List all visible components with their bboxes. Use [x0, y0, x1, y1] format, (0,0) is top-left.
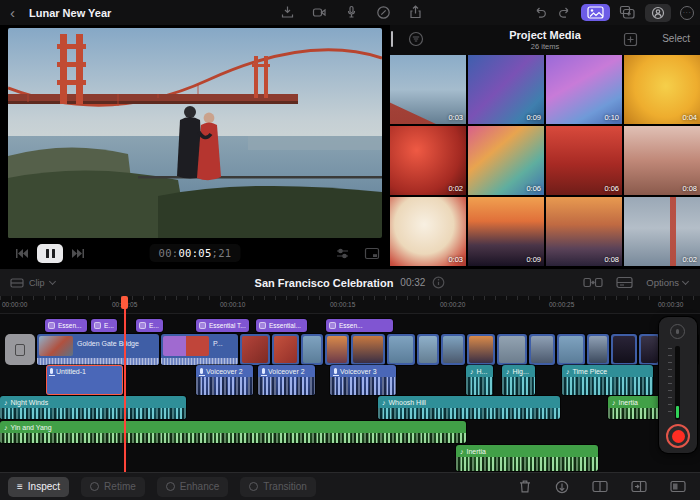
- music-note-icon: ♪: [506, 368, 510, 375]
- select-button[interactable]: Select: [662, 33, 690, 44]
- audio-clip[interactable]: ♪H...: [466, 365, 493, 395]
- add-media-icon[interactable]: [619, 5, 636, 20]
- media-item[interactable]: 0:06: [546, 126, 622, 195]
- audio-clip[interactable]: ♪Time Piece: [562, 365, 653, 395]
- video-preview[interactable]: [8, 28, 382, 238]
- media-item[interactable]: 0:02: [624, 197, 700, 266]
- video-clip[interactable]: [497, 334, 527, 365]
- back-button[interactable]: ‹: [10, 5, 15, 20]
- media-item[interactable]: 0:03: [390, 197, 466, 266]
- inspect-button[interactable]: ≡ Inspect: [8, 477, 69, 497]
- pause-button[interactable]: [37, 244, 63, 263]
- video-clip[interactable]: [611, 334, 637, 365]
- timeline-ruler[interactable]: 00:00:0000:00:0500:00:1000:00:1500:00:20…: [0, 296, 700, 314]
- video-clip[interactable]: [441, 334, 465, 365]
- share-icon[interactable]: [408, 5, 423, 20]
- media-item[interactable]: 0:06: [468, 126, 544, 195]
- media-panel-count: 26 items: [390, 42, 700, 51]
- clip-waveform: [466, 377, 493, 395]
- video-clip[interactable]: [587, 334, 609, 365]
- media-item[interactable]: 0:10: [546, 55, 622, 124]
- title-clip-label: Essential...: [269, 322, 301, 329]
- timecode-display[interactable]: 00:00:05;21: [150, 244, 241, 262]
- video-clip[interactable]: P...: [161, 334, 238, 365]
- media-item[interactable]: 0:04: [624, 55, 700, 124]
- video-clip[interactable]: [529, 334, 555, 365]
- skip-forward-icon[interactable]: [71, 247, 86, 260]
- ruler-label: 00:00:00: [2, 301, 27, 308]
- clip-appearance-icon[interactable]: [616, 276, 633, 289]
- record-button[interactable]: [666, 424, 690, 448]
- media-item[interactable]: 0:09: [468, 55, 544, 124]
- pencil-icon[interactable]: [376, 5, 391, 20]
- mic-icon[interactable]: [344, 5, 359, 20]
- clip-thumbnail: [242, 336, 268, 363]
- title-clip[interactable]: Essential T...: [196, 319, 249, 332]
- zoom-level-icon[interactable]: [335, 247, 350, 260]
- undo-icon[interactable]: [533, 5, 548, 20]
- title-clip[interactable]: E...: [91, 319, 117, 332]
- split-view-icon[interactable]: [592, 480, 608, 493]
- audio-clip[interactable]: ♪Inertia: [456, 445, 598, 471]
- audio-clip[interactable]: ♪Whoosh Hill: [378, 396, 560, 419]
- video-clip[interactable]: [639, 334, 660, 365]
- voiceover-clip[interactable]: Untitled-1: [46, 365, 123, 395]
- import-icon[interactable]: [280, 5, 295, 20]
- mask-icon[interactable]: [645, 4, 671, 22]
- swap-panels-icon[interactable]: [631, 480, 647, 493]
- title-clip[interactable]: Essen...: [45, 319, 87, 332]
- video-clip[interactable]: [557, 334, 585, 365]
- grid-view-icon[interactable]: [623, 32, 638, 47]
- playhead[interactable]: [124, 296, 126, 472]
- media-duration: 0:04: [682, 113, 697, 122]
- voiceover-clip[interactable]: Voiceover 2: [196, 365, 253, 395]
- title-clip[interactable]: E...: [136, 319, 163, 332]
- more-icon[interactable]: ···: [680, 6, 694, 20]
- skip-back-icon[interactable]: [14, 247, 29, 260]
- transition-icon[interactable]: [583, 276, 603, 289]
- playhead-marker[interactable]: [121, 296, 128, 309]
- clip-header: Voiceover 2: [196, 365, 253, 377]
- storyline-handle[interactable]: [5, 334, 35, 365]
- video-clip[interactable]: [301, 334, 323, 365]
- media-duration: 0:02: [448, 184, 463, 193]
- media-browser-icon[interactable]: [581, 4, 610, 21]
- snapping-icon[interactable]: [555, 480, 569, 494]
- media-item[interactable]: 0:08: [624, 126, 700, 195]
- video-camera-icon[interactable]: [312, 5, 327, 20]
- clip-header: Untitled-1: [46, 365, 123, 377]
- title-clip[interactable]: Essen...: [326, 319, 393, 332]
- clip-label: Yin and Yang: [11, 424, 52, 431]
- mic-monitor-icon[interactable]: [670, 324, 685, 339]
- media-item[interactable]: 0:03: [390, 55, 466, 124]
- redo-icon[interactable]: [557, 5, 572, 20]
- top-toolbar: ‹ Lunar New Year: [0, 0, 700, 25]
- video-clip[interactable]: [417, 334, 439, 365]
- video-clip[interactable]: Golden Gate Bridge: [37, 334, 159, 365]
- video-clip[interactable]: [351, 334, 385, 365]
- clip-header: Voiceover 2: [258, 365, 315, 377]
- pip-fullscreen-icon[interactable]: [364, 247, 380, 260]
- options-menu[interactable]: Options: [646, 277, 688, 288]
- video-clip[interactable]: [272, 334, 299, 365]
- video-clip[interactable]: [240, 334, 270, 365]
- video-clip[interactable]: [467, 334, 495, 365]
- voiceover-clip[interactable]: Voiceover 3: [330, 365, 396, 395]
- title-clip[interactable]: Essential...: [256, 319, 307, 332]
- info-icon[interactable]: [432, 276, 445, 289]
- audio-clip[interactable]: ♪Hig...: [502, 365, 535, 395]
- media-item[interactable]: 0:09: [468, 197, 544, 266]
- audio-clip[interactable]: ♪Night Winds: [0, 396, 186, 419]
- video-clip[interactable]: [325, 334, 349, 365]
- audio-clip[interactable]: ♪Inertia: [608, 396, 662, 419]
- trash-icon[interactable]: [518, 479, 532, 494]
- music-note-icon: ♪: [460, 448, 464, 455]
- voiceover-clip[interactable]: Voiceover 2: [258, 365, 315, 395]
- media-item[interactable]: 0:08: [546, 197, 622, 266]
- media-duration: 0:08: [604, 255, 619, 264]
- video-clip[interactable]: [387, 334, 415, 365]
- viewer-toggle-icon[interactable]: [670, 480, 686, 493]
- audio-clip[interactable]: ♪Yin and Yang: [0, 421, 466, 443]
- button-label: Transition: [263, 481, 307, 492]
- media-item[interactable]: 0:02: [390, 126, 466, 195]
